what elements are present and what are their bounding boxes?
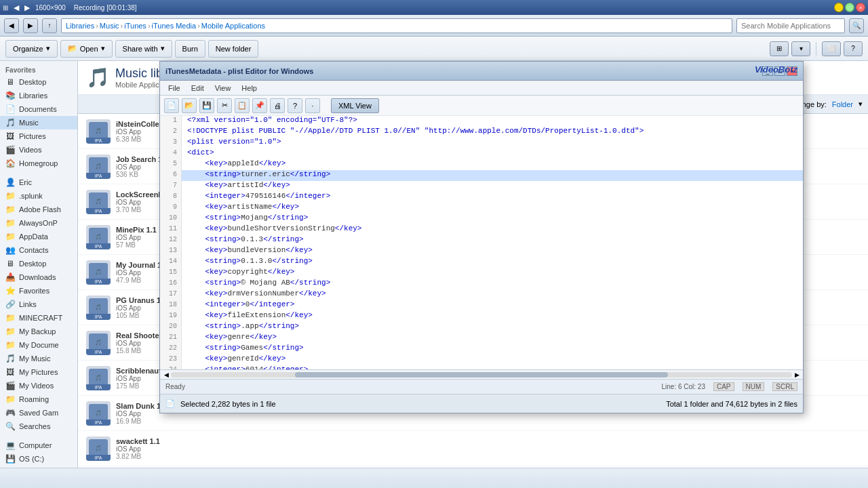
editor-line[interactable]: 3 <plist version="1.0">	[160, 138, 803, 148]
sidebar-item-roaming[interactable]: 📁 Roaming	[0, 392, 77, 406]
editor-line[interactable]: 7 <key>artistId</key>	[160, 181, 803, 192]
organize-button[interactable]: Organize ▾	[5, 40, 58, 58]
scroll-left-btn[interactable]: ◀	[161, 371, 171, 378]
editor-line[interactable]: 17 <key>drmVersionNumber</key>	[160, 289, 803, 300]
menu-edit[interactable]: Edit	[186, 83, 210, 94]
plist-extra-btn[interactable]: ·	[305, 98, 320, 113]
close-btn[interactable]: ×	[856, 3, 865, 12]
plist-help-btn[interactable]: ?	[288, 98, 302, 113]
sidebar-item-alwaysonp[interactable]: 📁 AlwaysOnP	[0, 216, 77, 230]
view-options-btn[interactable]: ⊞	[770, 41, 789, 56]
sidebar-item-myvideos[interactable]: 🎬 My Videos	[0, 379, 77, 392]
editor-line[interactable]: 4 <dict>	[160, 148, 803, 159]
editor-line[interactable]: 14 <string>0.1.3.0</string>	[160, 257, 803, 268]
start-menu-area[interactable]: ⊞	[3, 4, 8, 12]
editor-line[interactable]: 9 <key>artistName</key>	[160, 203, 803, 214]
editor-line[interactable]: 21 <key>genre</key>	[160, 333, 803, 344]
plist-save-btn[interactable]: 💾	[199, 98, 214, 113]
sidebar-item-eric[interactable]: 👤 Eric	[0, 176, 77, 189]
editor-line[interactable]: 11 <key>bundleShortVersionString</key>	[160, 224, 803, 235]
editor-line[interactable]: 2 <!DOCTYPE plist PUBLIC "-//Apple//DTD …	[160, 127, 803, 138]
breadcrumb-mobile-apps[interactable]: Mobile Applications	[201, 22, 265, 30]
sidebar-item-minecraft[interactable]: 📁 MINECRAFT	[0, 311, 77, 325]
sidebar-item-splunk[interactable]: 📁 .splunk	[0, 189, 77, 203]
menu-file[interactable]: File	[163, 83, 186, 94]
sidebar-item-adobe[interactable]: 📁 Adobe Flash	[0, 203, 77, 216]
editor-line[interactable]: 18 <integer>0</integer>	[160, 300, 803, 311]
breadcrumb-music[interactable]: Music	[100, 22, 119, 30]
editor-line[interactable]: 15 <key>copyright</key>	[160, 268, 803, 279]
sidebar-item-pictures[interactable]: 🖼 Pictures	[0, 129, 77, 143]
sidebar-item-downloads[interactable]: 📥 Downloads	[0, 270, 77, 284]
open-button[interactable]: 📂 Open ▾	[60, 40, 113, 58]
editor-line[interactable]: 19 <key>fileExtension</key>	[160, 311, 803, 322]
sidebar-item-computer[interactable]: 💻 Computer	[0, 439, 77, 452]
scroll-right-btn[interactable]: ▶	[792, 371, 802, 378]
new-folder-button[interactable]: New folder	[208, 40, 259, 58]
sidebar-item-videos[interactable]: 🎬 Videos	[0, 143, 77, 157]
sidebar-item-links[interactable]: 🔗 Links	[0, 298, 77, 311]
sidebar-item-contacts[interactable]: 👥 Contacts	[0, 243, 77, 257]
help-btn[interactable]: ?	[844, 41, 863, 56]
menu-help[interactable]: Help	[236, 83, 262, 94]
back-button[interactable]: ◀	[4, 18, 19, 33]
forward-btn[interactable]: ▶	[24, 3, 30, 12]
editor-line[interactable]: 5 <key>appleId</key>	[160, 159, 803, 170]
sidebar-item-mymusic[interactable]: 🎵 My Music	[0, 352, 77, 365]
breadcrumb-itunes[interactable]: iTunes	[124, 22, 146, 30]
forward-button[interactable]: ▶	[23, 18, 38, 33]
plist-print-btn[interactable]: 🖨	[270, 98, 285, 113]
sidebar-item-music[interactable]: 🎵 Music	[0, 116, 77, 129]
plist-new-btn[interactable]: 📄	[164, 98, 179, 113]
plist-scroll-thumb[interactable]	[295, 372, 668, 378]
editor-line[interactable]: 10 <string>Mojang</string>	[160, 214, 803, 224]
share-button[interactable]: Share with ▾	[115, 40, 172, 58]
editor-line[interactable]: 8 <integer>479516146</integer>	[160, 192, 803, 203]
plist-open-btn[interactable]: 📂	[182, 98, 197, 113]
editor-line[interactable]: 6 <string>turner.eric</string>	[160, 170, 803, 181]
sidebar-item-savedgames[interactable]: 🎮 Saved Gam	[0, 406, 77, 420]
plist-horizontal-scrollbar[interactable]: ◀ ▶	[160, 369, 803, 379]
sidebar-item-desktop2[interactable]: 🖥 Desktop	[0, 257, 77, 270]
menu-view[interactable]: View	[210, 83, 237, 94]
sort-value[interactable]: Folder	[832, 100, 853, 108]
plist-cut-btn[interactable]: ✂	[217, 98, 232, 113]
search-input[interactable]	[736, 18, 845, 33]
sidebar-item-mydocuments[interactable]: 📁 My Docume	[0, 338, 77, 352]
sidebar-item-appdata[interactable]: 📁 AppData	[0, 230, 77, 243]
breadcrumb[interactable]: Libraries › Music › iTunes › iTunes Medi…	[61, 18, 732, 33]
sidebar-item-libraries[interactable]: 📚 Libraries	[0, 89, 77, 102]
editor-line[interactable]: 1 <?xml version="1.0" encoding="UTF-8"?>	[160, 116, 803, 127]
editor-line[interactable]: 16 <string>© Mojang AB</string>	[160, 279, 803, 289]
minimize-btn[interactable]: _	[834, 3, 844, 12]
sidebar-item-homegroup[interactable]: 🏠 Homegroup	[0, 157, 77, 170]
breadcrumb-itunes-media[interactable]: iTunes Media	[152, 22, 197, 30]
editor-line[interactable]: 22 <string>Games</string>	[160, 344, 803, 354]
plist-xml-view-tab[interactable]: XML View	[331, 98, 379, 113]
preview-btn[interactable]: ⬜	[822, 41, 841, 56]
editor-line[interactable]: 12 <string>0.1.3</string>	[160, 235, 803, 246]
editor-line[interactable]: 13 <key>bundleVersion</key>	[160, 246, 803, 257]
plist-scroll-track[interactable]	[171, 372, 792, 378]
sidebar-item-documents[interactable]: 📄 Documents	[0, 102, 77, 116]
back-btn[interactable]: ◀	[14, 3, 19, 12]
up-button[interactable]: ↑	[42, 18, 57, 33]
editor-line[interactable]: 20 <string>.app</string>	[160, 322, 803, 333]
sidebar-item-dvdrw[interactable]: 💿 DVD RW Dri	[0, 466, 77, 468]
sidebar-item-favorites[interactable]: ⭐ Favorites	[0, 284, 77, 298]
sidebar-item-searches[interactable]: 🔍 Searches	[0, 420, 77, 433]
sidebar-item-desktop[interactable]: 🖥 Desktop	[0, 75, 77, 89]
sidebar-item-mypictures[interactable]: 🖼 My Pictures	[0, 365, 77, 379]
plist-editor-area[interactable]: 1 <?xml version="1.0" encoding="UTF-8"?>…	[160, 116, 803, 369]
list-item[interactable]: 🎵 IPA Textfree 5.0.1 iOS App 38.0 MB	[78, 466, 868, 468]
search-button[interactable]: 🔍	[849, 18, 864, 33]
breadcrumb-libraries[interactable]: Libraries	[66, 22, 94, 30]
maximize-btn[interactable]: □	[845, 3, 854, 12]
plist-copy-btn[interactable]: 📋	[235, 98, 250, 113]
list-item[interactable]: 🎵 IPA swackett 1.1 iOS App 3.82 MB	[78, 431, 868, 466]
view-toggle-btn[interactable]: ▾	[791, 41, 810, 56]
plist-paste-btn[interactable]: 📌	[252, 98, 267, 113]
sidebar-item-mybackup[interactable]: 📁 My Backup	[0, 325, 77, 338]
burn-button[interactable]: Burn	[175, 40, 205, 58]
editor-line[interactable]: 23 <key>genreId</key>	[160, 354, 803, 365]
